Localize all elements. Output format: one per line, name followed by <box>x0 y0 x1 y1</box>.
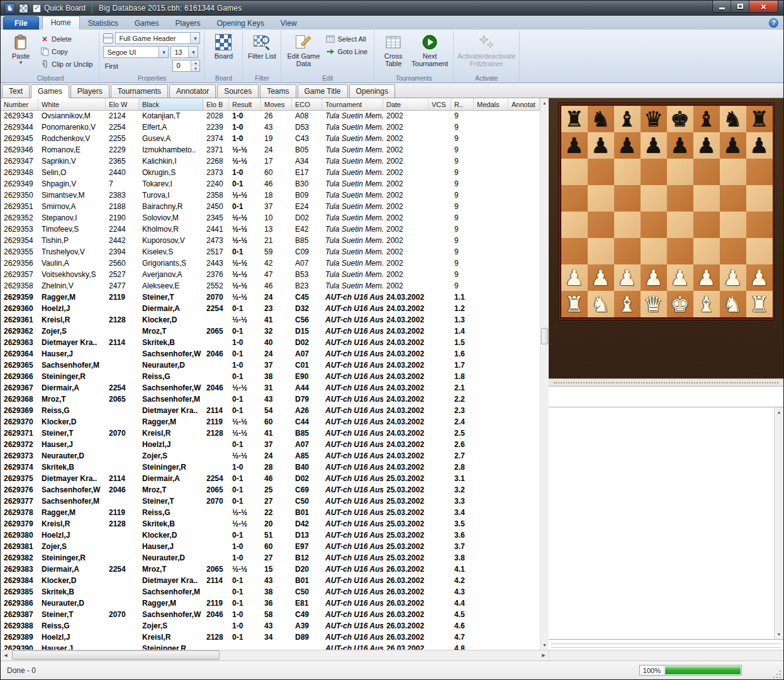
clip-unclip-button[interactable]: Clip or Unclip <box>38 59 95 70</box>
scroll-track[interactable] <box>775 417 783 630</box>
table-row[interactable]: 2629368Mroz,T2065Sachsenhofer,M0-143D79A… <box>1 394 540 405</box>
black-knight-piece[interactable]: ♞ <box>588 106 614 132</box>
board-square[interactable] <box>693 159 720 185</box>
ribbon-tab-home[interactable]: Home <box>42 16 80 30</box>
black-bishop-piece[interactable]: ♝ <box>614 106 641 132</box>
white-pawn-piece[interactable]: ♟ <box>720 264 746 291</box>
board-square[interactable] <box>746 159 773 185</box>
table-row[interactable]: 2629374Skritek,BSteininger,R1-028B40AUT-… <box>1 462 540 473</box>
column-header-result[interactable]: Result <box>229 98 261 110</box>
board-square[interactable] <box>746 238 773 264</box>
black-knight-piece[interactable]: ♞ <box>720 106 746 132</box>
panel-splitter[interactable] <box>549 378 783 387</box>
column-header-black[interactable]: Black <box>139 98 203 110</box>
table-row[interactable]: 2629376Sachsenhofer,W2046Mroz,T20650-125… <box>1 485 540 496</box>
board-square[interactable] <box>693 238 720 264</box>
select-all-button[interactable]: Select All <box>323 33 370 45</box>
board-square[interactable] <box>667 159 693 185</box>
table-row[interactable]: 2629347Saprikin,V2365Kalichkin,I2268½-½1… <box>1 156 540 167</box>
table-row[interactable]: 2629344Ponomarenko,V2254Elfert,A22391-04… <box>1 122 540 133</box>
table-row[interactable]: 2629358Zhelnin,V2477Alekseev,E2552½-½46B… <box>1 281 540 292</box>
table-row[interactable]: 2629365Sachsenhofer,MNeurauter,D1-037C01… <box>1 360 540 371</box>
table-row[interactable]: 2629390Hauser,JSteininger,RAUT-ch U16 Au… <box>1 643 540 650</box>
board-square[interactable] <box>641 185 667 212</box>
board-square[interactable] <box>667 185 693 212</box>
table-row[interactable]: 2629364Hauser,JSachsenhofer,W20460-124A0… <box>1 349 540 360</box>
board-square[interactable] <box>614 159 641 185</box>
column-header-tournament[interactable]: Tournament <box>322 98 383 110</box>
white-pawn-piece[interactable]: ♟ <box>641 264 667 291</box>
board-square[interactable]: ♟ <box>588 132 614 159</box>
white-bishop-piece[interactable]: ♝ <box>614 291 641 317</box>
view-tab-sources[interactable]: Sources <box>217 84 259 98</box>
table-row[interactable]: 2629380Hoelzl,JKlocker,D0-151D13AUT-ch U… <box>1 530 540 541</box>
board-square[interactable] <box>588 159 614 185</box>
scroll-track[interactable] <box>11 650 539 660</box>
black-pawn-piece[interactable]: ♟ <box>641 132 667 159</box>
board-square[interactable] <box>746 212 773 238</box>
table-row[interactable]: 2629352Stepanov,I2190Soloviov,M2345½-½10… <box>1 213 540 224</box>
font-combo[interactable]: Segoe UI <box>103 46 169 58</box>
column-header-date[interactable]: Date <box>383 98 428 110</box>
table-row[interactable]: 2629386Neurauter,DRagger,M21190-136E81AU… <box>1 598 540 609</box>
ribbon-tab-opening-keys[interactable]: Opening Keys <box>208 17 272 30</box>
table-row[interactable]: 2629354Tishin,P2442Kuporosov,V2473½-½21B… <box>1 235 540 247</box>
table-row[interactable]: 2629389Hoelzl,JKreisl,R21280-134D89AUT-c… <box>1 632 540 643</box>
table-row[interactable]: 2629377Sachsenhofer,MSteiner,T20700-127C… <box>1 496 540 507</box>
board-square[interactable]: ♞ <box>720 106 746 132</box>
board-square[interactable]: ♟ <box>561 132 588 159</box>
black-pawn-piece[interactable]: ♟ <box>746 132 773 159</box>
board-square[interactable] <box>746 185 773 212</box>
board-square[interactable]: ♟ <box>641 264 667 291</box>
board-button[interactable]: Board <box>208 32 238 74</box>
scroll-up-icon[interactable] <box>775 407 783 417</box>
black-bishop-piece[interactable]: ♝ <box>693 106 720 132</box>
column-header-moves[interactable]: Moves <box>261 98 292 110</box>
table-row[interactable]: 2629361Kreisl,R2128Klocker,D½-½41C56AUT-… <box>1 315 540 326</box>
white-pawn-piece[interactable]: ♟ <box>561 264 588 291</box>
table-row[interactable]: 2629370Klocker,DRagger,M2119½-½60C44AUT-… <box>1 417 540 428</box>
white-pawn-piece[interactable]: ♟ <box>693 264 720 291</box>
table-row[interactable]: 2629379Kreisl,R2128Skritek,B½-½20D42AUT-… <box>1 519 540 530</box>
board-square[interactable]: ♝ <box>693 106 720 132</box>
board-square[interactable] <box>720 159 746 185</box>
board-square[interactable]: ♝ <box>614 291 641 317</box>
filter-list-button[interactable]: Filter List <box>247 32 277 74</box>
scroll-thumb[interactable] <box>12 650 220 660</box>
table-row[interactable]: 2629363Dietmayer Kra..2114Skritek,B1-040… <box>1 337 540 349</box>
board-square[interactable]: ♜ <box>746 291 773 317</box>
black-pawn-piece[interactable]: ♟ <box>614 132 641 159</box>
table-row[interactable]: 2629355Trushelyov,V2394Kiselev,S25170-15… <box>1 247 540 258</box>
table-row[interactable]: 2629369Reiss,GDietmayer Kra..21140-154A2… <box>1 405 540 417</box>
board-square[interactable] <box>614 238 641 264</box>
table-row[interactable]: 2629356Vaulin,A2560Grigoriants,S2443½-½4… <box>1 258 540 269</box>
black-pawn-piece[interactable]: ♟ <box>588 132 614 159</box>
board-square[interactable]: ♟ <box>667 132 693 159</box>
board-square[interactable] <box>667 238 693 264</box>
table-row[interactable]: 2629378Ragger,M2119Reiss,G½-½22B01AUT-ch… <box>1 507 540 519</box>
table-vertical-scrollbar[interactable] <box>540 98 549 650</box>
notation-content[interactable] <box>549 407 774 639</box>
board-square[interactable] <box>720 212 746 238</box>
view-tab-games[interactable]: Games <box>31 84 69 98</box>
first-spinner[interactable]: 0 ▲▼ <box>172 60 200 72</box>
board-square[interactable] <box>614 185 641 212</box>
board-square[interactable]: ♟ <box>746 264 773 291</box>
board-square[interactable]: ♞ <box>588 291 614 317</box>
board-square[interactable] <box>588 212 614 238</box>
white-knight-piece[interactable]: ♞ <box>588 291 614 317</box>
white-rook-piece[interactable]: ♜ <box>746 291 773 317</box>
view-tab-openings[interactable]: Openings <box>349 84 395 98</box>
scroll-left-icon[interactable] <box>1 650 11 660</box>
table-row[interactable]: 2629367Diermair,A2254Sachsenhofer,W2046½… <box>1 383 540 394</box>
board-square[interactable] <box>641 212 667 238</box>
view-tab-teams[interactable]: Teams <box>260 84 296 98</box>
board-square[interactable]: ♚ <box>667 291 693 317</box>
table-row[interactable]: 2629345Rodchenkov,V2255Gusev,A23741-019C… <box>1 133 540 145</box>
white-knight-piece[interactable]: ♞ <box>720 291 746 317</box>
board-square[interactable] <box>641 159 667 185</box>
scroll-up-icon[interactable] <box>540 98 549 108</box>
board-square[interactable] <box>561 185 588 212</box>
table-horizontal-scrollbar[interactable] <box>1 650 549 660</box>
board-square[interactable]: ♚ <box>667 106 693 132</box>
